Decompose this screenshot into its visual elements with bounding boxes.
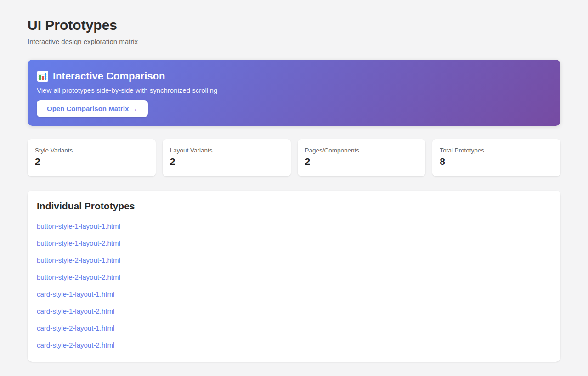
stat-card-total-prototypes: Total Prototypes 8: [432, 139, 560, 176]
list-item: card-style-1-layout-1.html: [37, 286, 551, 303]
individual-prototypes-card: Individual Prototypes button-style-1-lay…: [28, 191, 560, 362]
stat-card-layout-variants: Layout Variants 2: [163, 139, 291, 176]
prototype-link[interactable]: button-style-1-layout-2.html: [37, 239, 120, 247]
stat-label: Total Prototypes: [440, 147, 553, 154]
page-container: UI Prototypes Interactive design explora…: [28, 0, 560, 362]
list-item: button-style-2-layout-2.html: [37, 269, 551, 286]
prototype-link[interactable]: card-style-2-layout-1.html: [37, 324, 114, 332]
stat-label: Layout Variants: [170, 147, 283, 154]
individual-prototypes-title: Individual Prototypes: [37, 201, 551, 212]
page-subtitle: Interactive design exploration matrix: [28, 38, 560, 45]
prototype-link[interactable]: button-style-2-layout-2.html: [37, 273, 120, 281]
banner-title: Interactive Comparison: [37, 70, 551, 82]
list-item: button-style-1-layout-1.html: [37, 218, 551, 235]
prototype-link[interactable]: card-style-1-layout-2.html: [37, 307, 114, 315]
open-comparison-button[interactable]: Open Comparison Matrix →: [37, 100, 148, 117]
list-item: card-style-1-layout-2.html: [37, 303, 551, 320]
comparison-banner: Interactive Comparison View all prototyp…: [28, 60, 560, 126]
stat-value: 8: [440, 156, 553, 167]
stat-value: 2: [35, 156, 148, 167]
prototype-link[interactable]: button-style-2-layout-1.html: [37, 256, 120, 264]
prototype-link[interactable]: card-style-1-layout-1.html: [37, 290, 114, 298]
stats-row: Style Variants 2 Layout Variants 2 Pages…: [28, 139, 560, 176]
list-item: button-style-2-layout-1.html: [37, 252, 551, 269]
stat-label: Pages/Components: [305, 147, 418, 154]
banner-title-text: Interactive Comparison: [53, 70, 165, 82]
prototype-link[interactable]: button-style-1-layout-1.html: [37, 222, 120, 230]
stat-value: 2: [305, 156, 418, 167]
stat-card-style-variants: Style Variants 2: [28, 139, 156, 176]
stat-value: 2: [170, 156, 283, 167]
list-item: card-style-2-layout-2.html: [37, 337, 551, 354]
banner-description: View all prototypes side-by-side with sy…: [37, 86, 551, 94]
list-item: card-style-2-layout-1.html: [37, 320, 551, 337]
list-item: button-style-1-layout-2.html: [37, 235, 551, 252]
page-title: UI Prototypes: [28, 17, 560, 33]
stat-card-pages-components: Pages/Components 2: [298, 139, 426, 176]
stat-label: Style Variants: [35, 147, 148, 154]
prototype-link[interactable]: card-style-2-layout-2.html: [37, 341, 114, 349]
bar-chart-icon: [37, 70, 49, 82]
